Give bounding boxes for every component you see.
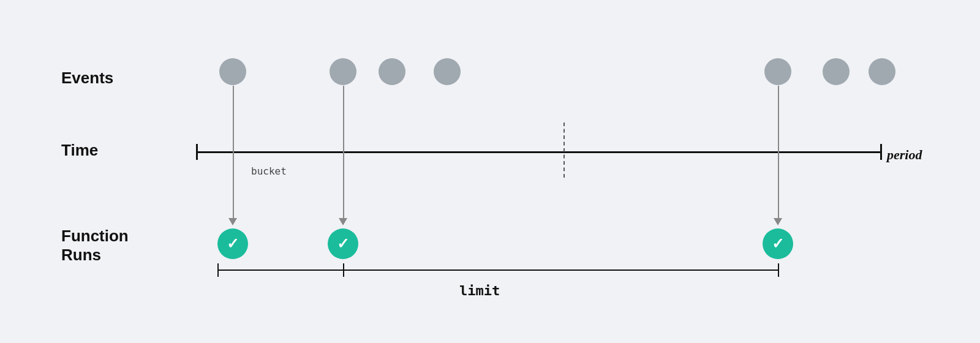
- arrow-head-1: [228, 218, 237, 225]
- function-runs-label: FunctionRuns: [61, 227, 129, 265]
- event-circle-6: [823, 58, 850, 85]
- check-circle-3: [763, 228, 793, 259]
- limit-label: limit: [459, 283, 500, 298]
- limit-tick-middle: [343, 263, 344, 277]
- time-axis-cap-right: [880, 144, 882, 160]
- arrow-head-3: [774, 218, 782, 225]
- event-circle-4: [434, 58, 461, 85]
- event-circle-2: [330, 58, 356, 85]
- event-circle-7: [869, 58, 895, 85]
- bucket-label: bucket: [251, 165, 287, 177]
- diagram: Events Time FunctionRuns period bucket l…: [61, 24, 919, 318]
- arrow-line-1: [233, 86, 234, 221]
- limit-tick-left: [217, 263, 219, 277]
- arrow-line-3: [778, 86, 779, 221]
- event-circle-3: [379, 58, 405, 85]
- limit-tick-right: [778, 263, 779, 277]
- bucket-dash-2: [564, 123, 565, 178]
- check-circle-1: [217, 228, 248, 259]
- arrow-line-2: [343, 86, 344, 221]
- event-circle-1: [219, 58, 246, 85]
- limit-line: [217, 270, 778, 271]
- time-label: Time: [61, 141, 98, 160]
- check-circle-2: [328, 228, 358, 259]
- events-label: Events: [61, 69, 113, 88]
- time-axis: [196, 151, 882, 153]
- period-label: period: [887, 147, 922, 163]
- event-circle-5: [764, 58, 791, 85]
- arrow-head-2: [339, 218, 347, 225]
